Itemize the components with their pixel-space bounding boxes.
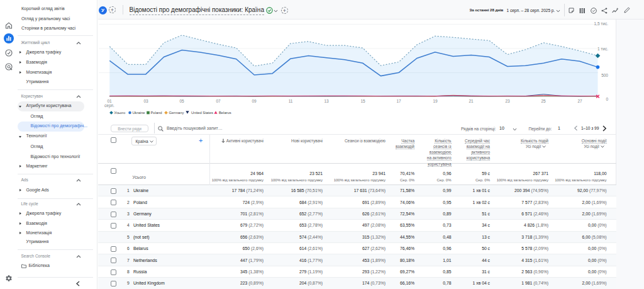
svg-text:15: 15: [360, 99, 365, 103]
svg-text:1,5 тис.: 1,5 тис.: [594, 21, 608, 26]
svg-text:13: 13: [324, 99, 329, 103]
svg-text:0: 0: [606, 97, 608, 101]
svg-text:05: 05: [179, 99, 184, 103]
svg-text:07: 07: [216, 99, 221, 103]
svg-text:19: 19: [433, 99, 438, 103]
svg-text:01: 01: [107, 99, 112, 103]
svg-text:23: 23: [505, 99, 510, 103]
svg-text:27: 27: [577, 99, 582, 103]
svg-text:17: 17: [396, 99, 401, 103]
svg-text:25: 25: [541, 99, 546, 103]
svg-text:21: 21: [469, 99, 474, 103]
svg-text:серп.: серп.: [104, 103, 114, 108]
svg-text:09: 09: [252, 99, 257, 103]
svg-text:03: 03: [143, 99, 148, 103]
svg-text:1 тис.: 1 тис.: [597, 47, 608, 51]
svg-text:500: 500: [601, 73, 608, 77]
svg-text:11: 11: [289, 99, 293, 103]
